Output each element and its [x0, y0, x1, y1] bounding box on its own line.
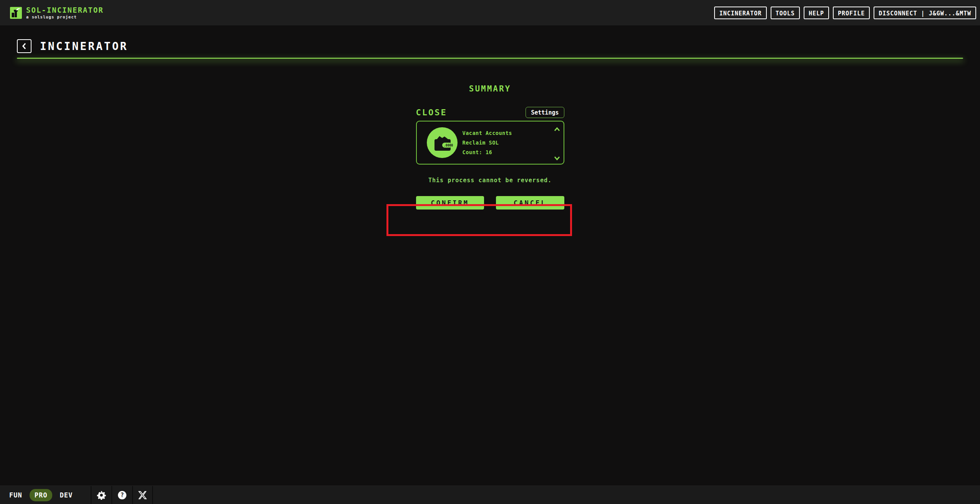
cancel-button[interactable]: CANCEL — [496, 196, 564, 210]
page-title: INCINERATOR — [40, 40, 128, 53]
settings-button[interactable]: Settings — [526, 107, 564, 118]
summary-item-list[interactable]: .0000 Vacant Accounts Reclaim SOL Count:… — [416, 121, 564, 165]
help-icon: ? — [118, 491, 126, 499]
disconnect-wallet-button[interactable]: DISCONNECT | J&GW...&MTW — [874, 7, 976, 19]
page-title-row: INCINERATOR — [17, 39, 963, 53]
bottom-bar: FUN PRO DEV ? — [0, 486, 980, 504]
summary-item-details: Vacant Accounts Reclaim SOL Count: 16 — [463, 130, 512, 155]
scroll-down-icon[interactable] — [554, 156, 560, 160]
x-twitter-icon — [138, 491, 147, 499]
mode-fun[interactable]: FUN — [9, 491, 22, 499]
mode-switcher: FUN PRO DEV — [0, 486, 91, 504]
back-button[interactable] — [17, 39, 32, 53]
help-cell[interactable]: ? — [111, 486, 132, 504]
main-content: INCINERATOR SUMMARY CLOSE Settings .0000… — [0, 39, 980, 499]
nav-tools-button[interactable]: TOOLS — [771, 7, 800, 19]
twitter-x-cell[interactable] — [132, 486, 153, 504]
help-glyph: ? — [120, 492, 124, 499]
settings-gear-cell[interactable] — [91, 486, 111, 504]
mode-dev[interactable]: DEV — [60, 491, 73, 499]
nav-profile-button[interactable]: PROFILE — [833, 7, 870, 19]
top-nav: INCINERATOR TOOLS HELP PROFILE DISCONNEC… — [714, 7, 976, 19]
mode-pro-active[interactable]: PRO — [30, 489, 53, 501]
irreversible-warning-text: This process cannot be reversed. — [416, 177, 564, 184]
gear-icon — [97, 491, 106, 500]
top-bar: SOL-INCINERATOR a solslugs project INCIN… — [0, 0, 980, 25]
vacant-accounts-wallet-icon: .0000 — [427, 127, 458, 158]
item-title: Vacant Accounts — [463, 130, 512, 136]
summary-heading: SUMMARY — [416, 84, 564, 93]
logo[interactable]: SOL-INCINERATOR a solslugs project — [10, 6, 104, 19]
svg-text:.0000: .0000 — [444, 144, 453, 147]
item-subtitle: Reclaim SOL — [463, 140, 512, 146]
action-buttons-row: CONFIRM CANCEL — [416, 196, 564, 210]
close-section-header: CLOSE Settings — [416, 106, 564, 118]
confirm-button[interactable]: CONFIRM — [416, 196, 484, 210]
nav-help-button[interactable]: HELP — [804, 7, 829, 19]
title-underline — [17, 58, 963, 59]
app-subtitle: a solslugs project — [26, 15, 104, 19]
close-section-label: CLOSE — [416, 108, 447, 117]
nav-incinerator-button[interactable]: INCINERATOR — [714, 7, 766, 19]
back-chevron-icon — [22, 43, 27, 50]
app-title: SOL-INCINERATOR — [26, 6, 104, 14]
scroll-up-icon[interactable] — [554, 127, 560, 131]
incinerator-logo-icon — [10, 7, 22, 19]
item-count: Count: 16 — [463, 149, 512, 155]
summary-panel: SUMMARY CLOSE Settings .0000 Vacant Acco… — [416, 84, 564, 210]
